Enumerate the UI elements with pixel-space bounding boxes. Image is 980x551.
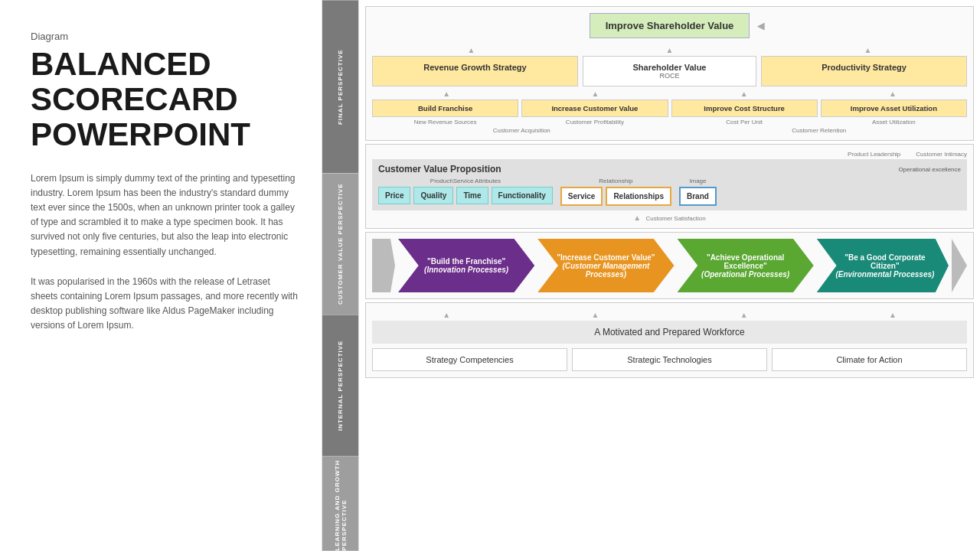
customer-label: CUSTOMER VALUE PERSPECTIVE (322, 173, 358, 315)
price-box: Price (378, 187, 410, 204)
final-label: FINAL PERSPECTIVE (322, 0, 358, 173)
chevron-build: "Build the Franchise" (Innovation Proces… (398, 239, 534, 292)
main-title: BALANCED SCORECARD POWERPOINT (31, 47, 299, 153)
brand-box: Brand (679, 187, 717, 206)
motivated-box: A Motivated and Prepared Workforce (372, 321, 967, 344)
product-service-group: Product\Service Attributes Price Quality… (378, 178, 553, 204)
diagram-label: Diagram (31, 31, 299, 42)
learning-boxes: Strategy Competencies Strategic Technolo… (372, 348, 967, 371)
chevron-row: "Build the Franchise" (Innovation Proces… (372, 239, 967, 292)
content-area: Improve Shareholder Value ◀ ▲ ▲ ▲ Revenu… (359, 0, 980, 551)
section-labels: FINAL PERSPECTIVE CUSTOMER VALUE PERSPEC… (322, 0, 359, 551)
body-text-2: It was popularised in the 1960s with the… (31, 275, 299, 334)
service-box: Service (560, 187, 603, 206)
strategic-technologies-box: Strategic Technologies (572, 348, 767, 371)
internal-section: "Build the Franchise" (Innovation Proces… (365, 232, 974, 299)
revenue-growth-box: Revenue Growth Strategy (372, 56, 578, 86)
shareholder-top-box: Improve Shareholder Value ◀ (590, 13, 750, 38)
arrows-down-1: ▲ ▲ ▲ (372, 46, 967, 54)
chevron-increase: "Increase Customer Value" (Customer Mana… (537, 239, 674, 292)
cvp-attributes-row: Product\Service Attributes Price Quality… (378, 178, 961, 206)
chevron-achieve: "Achieve Operational Excellence" (Operat… (678, 239, 814, 292)
customer-section: Product Leadership Customer Intimacy Cus… (365, 144, 974, 229)
chevron-start (372, 239, 395, 292)
left-panel: Diagram BALANCED SCORECARD POWERPOINT Lo… (0, 0, 322, 551)
final-section: Improve Shareholder Value ◀ ▲ ▲ ▲ Revenu… (365, 6, 974, 141)
improve-cost-box: Improve Cost Structure (671, 99, 818, 117)
arrows-down-2: ▲ ▲ ▲ ▲ (372, 90, 967, 98)
roce-box: Shareholder Value ROCE (583, 56, 756, 86)
sub-labels: New Revenue Sources Customer Profitabili… (372, 119, 967, 126)
body-text-1: Lorem Ipsum is simply dummy text of the … (31, 171, 299, 259)
cvp-title-row: Customer Value Proposition Operational e… (378, 164, 961, 174)
product-leadership-row: Product Leadership Customer Intimacy (372, 151, 967, 158)
product-service-boxes: Price Quality Time Functionality (378, 187, 553, 204)
quality-box: Quality (413, 187, 453, 204)
cvp-container: Customer Value Proposition Operational e… (372, 159, 967, 210)
strategy-competencies-box: Strategy Competencies (372, 348, 567, 371)
chevron-end (952, 239, 967, 292)
learning-label: LEARNING AND GROWTH PERSPECTIVE (322, 456, 358, 551)
image-boxes: Brand (679, 187, 717, 206)
image-group: Image Brand (679, 178, 717, 206)
chevron-citizen: "Be a Good Corporate Citizen" (Environme… (817, 239, 949, 292)
sub-boxes-row: Build Franchise Increase Customer Value … (372, 99, 967, 117)
learning-section: ▲ ▲ ▲ ▲ A Motivated and Prepared Workfor… (365, 302, 974, 378)
increase-customer-box: Increase Customer Value (521, 99, 668, 117)
relationship-group: Relationship Service Relationships (560, 178, 671, 206)
relationship-boxes: Service Relationships (560, 187, 671, 206)
scorecard: FINAL PERSPECTIVE CUSTOMER VALUE PERSPEC… (322, 0, 980, 551)
arrows-learning: ▲ ▲ ▲ ▲ (372, 309, 967, 321)
climate-action-box: Climate for Action (772, 348, 967, 371)
build-franchise-box: Build Franchise (372, 99, 518, 117)
internal-label: INTERNAL PERSPECTIVE (322, 315, 358, 456)
right-panel: FINAL PERSPECTIVE CUSTOMER VALUE PERSPEC… (322, 0, 980, 551)
acquisition-retention-row: Customer Acquisition Customer Retention (372, 127, 967, 134)
relationships-box: Relationships (606, 187, 671, 206)
customer-satisfaction: ▲ Customer Satisfaction (372, 214, 967, 222)
improve-asset-box: Improve Asset Utilization (821, 99, 967, 117)
functionality-box: Functionality (492, 187, 553, 204)
time-box: Time (456, 187, 488, 204)
strategies-row: Revenue Growth Strategy Shareholder Valu… (372, 56, 967, 86)
productivity-box: Productivity Strategy (761, 56, 967, 86)
